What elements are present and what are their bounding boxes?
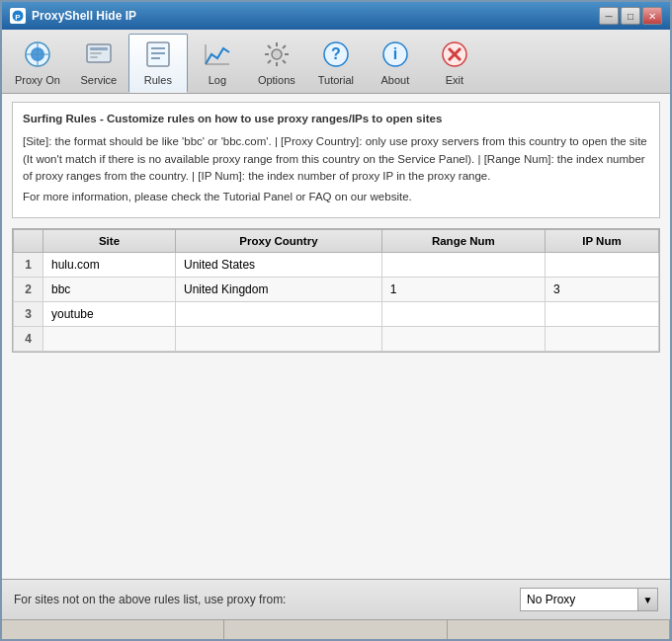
close-button[interactable]: ✕ <box>642 7 662 25</box>
window-title: ProxyShell Hide IP <box>32 9 593 23</box>
svg-rect-7 <box>90 47 108 50</box>
exit-icon <box>439 39 470 70</box>
info-line1: [Site]: the format should be like 'bbc' … <box>23 133 649 185</box>
toolbar-proxy-on[interactable]: Proxy On <box>6 34 69 93</box>
bottom-bar: For sites not on the above rules list, u… <box>2 579 670 619</box>
svg-text:P: P <box>15 13 21 22</box>
info-box: Surfing Rules - Customize rules on how t… <box>12 102 660 218</box>
col-range: Range Num <box>381 230 545 253</box>
row-site[interactable]: bbc <box>43 278 176 302</box>
log-label: Log <box>209 74 226 86</box>
about-label: About <box>380 74 409 86</box>
rules-icon <box>142 39 174 70</box>
toolbar-about[interactable]: i About <box>366 34 425 93</box>
row-site[interactable] <box>43 327 176 352</box>
content-spacer <box>2 359 670 579</box>
bottom-label: For sites not on the above rules list, u… <box>14 593 510 606</box>
status-seg1 <box>2 620 224 639</box>
row-site[interactable]: youtube <box>43 302 176 327</box>
svg-rect-8 <box>90 52 102 54</box>
row-ip[interactable] <box>545 253 658 278</box>
main-window: P ProxyShell Hide IP ─ □ ✕ Proxy On <box>0 0 672 641</box>
toolbar: Proxy On Service <box>2 30 670 94</box>
rules-table: Site Proxy Country Range Num IP Num 1hul… <box>13 229 659 352</box>
proxy-dropdown-wrapper: No ProxyAuto SelectUnited StatesUnited K… <box>520 588 658 611</box>
app-icon: P <box>10 8 26 24</box>
row-range[interactable] <box>381 253 545 278</box>
options-label: Options <box>258 74 295 86</box>
svg-rect-10 <box>147 42 169 66</box>
row-ip[interactable] <box>545 302 658 327</box>
toolbar-options[interactable]: Options <box>247 34 306 93</box>
service-icon <box>83 39 115 70</box>
status-seg2 <box>224 620 447 639</box>
options-icon <box>261 39 293 70</box>
toolbar-log[interactable]: Log <box>188 34 247 93</box>
table-row[interactable]: 4 <box>14 327 659 352</box>
table-row[interactable]: 1hulu.comUnited States <box>14 253 659 278</box>
row-num: 1 <box>14 253 43 278</box>
info-title: Surfing Rules - Customize rules on how t… <box>23 111 649 127</box>
row-site[interactable]: hulu.com <box>43 253 176 278</box>
dropdown-arrow-icon[interactable]: ▼ <box>638 588 658 611</box>
svg-text:?: ? <box>331 45 341 62</box>
table-row[interactable]: 3youtube <box>14 302 659 327</box>
minimize-button[interactable]: ─ <box>599 7 619 25</box>
restore-button[interactable]: □ <box>621 7 640 25</box>
table-header-row: Site Proxy Country Range Num IP Num <box>14 230 659 253</box>
row-country[interactable] <box>176 327 382 352</box>
row-range[interactable]: 1 <box>381 278 545 302</box>
about-icon: i <box>379 39 411 70</box>
row-range[interactable] <box>381 302 545 327</box>
info-line2: For more information, please check the T… <box>23 189 649 205</box>
rules-table-container: Site Proxy Country Range Num IP Num 1hul… <box>12 228 660 353</box>
svg-text:i: i <box>393 45 397 62</box>
row-country[interactable] <box>176 302 382 327</box>
toolbar-service[interactable]: Service <box>69 34 128 93</box>
svg-rect-9 <box>90 56 98 58</box>
exit-label: Exit <box>446 74 463 86</box>
row-country[interactable]: United Kingdom <box>176 278 382 302</box>
tutorial-label: Tutorial <box>318 74 354 86</box>
window-controls: ─ □ ✕ <box>599 7 662 25</box>
content-area: Surfing Rules - Customize rules on how t… <box>2 94 670 619</box>
table-row[interactable]: 2bbcUnited Kingdom13 <box>14 278 659 302</box>
toolbar-exit[interactable]: Exit <box>425 34 484 93</box>
row-num: 2 <box>14 278 43 302</box>
toolbar-tutorial[interactable]: ? Tutorial <box>306 34 366 93</box>
row-country[interactable]: United States <box>176 253 382 278</box>
row-num: 3 <box>14 302 43 327</box>
proxy-on-icon <box>22 39 53 70</box>
proxy-on-label: Proxy On <box>15 74 60 86</box>
svg-point-16 <box>272 49 282 59</box>
toolbar-rules[interactable]: Rules <box>128 34 188 93</box>
row-ip[interactable] <box>545 327 658 352</box>
col-ip: IP Num <box>545 230 658 253</box>
proxy-dropdown[interactable]: No ProxyAuto SelectUnited StatesUnited K… <box>520 588 638 611</box>
status-bar <box>2 619 670 639</box>
log-icon <box>202 39 233 70</box>
service-label: Service <box>81 74 118 86</box>
col-num <box>14 230 43 253</box>
title-bar: P ProxyShell Hide IP ─ □ ✕ <box>2 2 670 30</box>
status-seg3 <box>448 620 670 639</box>
rules-label: Rules <box>144 74 172 86</box>
col-country: Proxy Country <box>176 230 382 253</box>
tutorial-icon: ? <box>320 39 352 70</box>
row-range[interactable] <box>381 327 545 352</box>
col-site: Site <box>43 230 176 253</box>
row-ip[interactable]: 3 <box>545 278 658 302</box>
row-num: 4 <box>14 327 43 352</box>
